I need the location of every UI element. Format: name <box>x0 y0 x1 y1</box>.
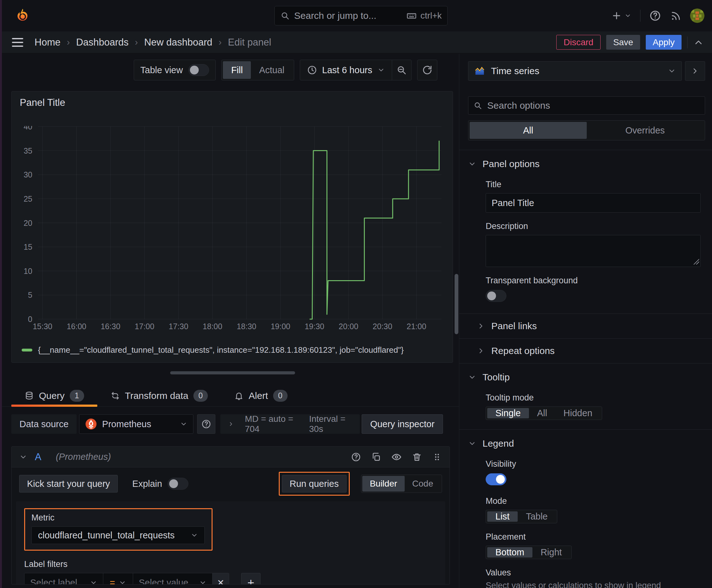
zoom-out-button[interactable] <box>392 60 411 80</box>
tab-alert[interactable]: Alert 0 <box>221 385 301 406</box>
svg-text:20:00: 20:00 <box>339 322 359 331</box>
legend-series-label[interactable]: {__name__="cloudflared_tunnel_total_requ… <box>38 345 404 355</box>
svg-text:10: 10 <box>24 267 33 275</box>
grafana-logo-icon[interactable] <box>14 7 31 24</box>
menu-toggle-button[interactable] <box>12 38 23 47</box>
option-list[interactable]: List <box>487 511 518 522</box>
options-search-input[interactable]: Search options <box>468 97 705 114</box>
legend-header[interactable]: Legend <box>468 437 705 450</box>
remove-filter-button[interactable]: ✕ <box>212 573 229 585</box>
option-code[interactable]: Code <box>405 476 441 491</box>
svg-text:16:00: 16:00 <box>67 322 86 331</box>
visualization-select[interactable]: Time series <box>468 61 682 81</box>
tab-count-badge: 0 <box>273 390 287 402</box>
select-label-dropdown[interactable]: Select label <box>24 573 103 585</box>
search-icon <box>280 11 290 20</box>
time-series-chart[interactable]: 051015202530354015:3016:0016:3017:0017:3… <box>19 126 445 331</box>
help-icon <box>649 10 661 22</box>
legend-visibility-toggle[interactable] <box>486 474 506 485</box>
select-value-dropdown[interactable]: Select value <box>133 573 213 585</box>
breadcrumb-item-dashboards[interactable]: Dashboards <box>76 37 128 48</box>
prometheus-icon <box>85 418 97 430</box>
breadcrumb-item-edit-panel: Edit panel <box>228 37 271 48</box>
tab-query[interactable]: Query 1 <box>11 385 97 406</box>
svg-text:16:30: 16:30 <box>101 322 121 331</box>
query-editor-toolbar: Kick start your query Explain Run querie… <box>19 472 442 496</box>
time-range-button[interactable]: Last 6 hours <box>300 60 392 80</box>
user-avatar[interactable] <box>690 8 705 23</box>
option-fill[interactable]: Fill <box>223 61 251 79</box>
description-textarea[interactable] <box>486 235 701 267</box>
option-single[interactable]: Single <box>487 408 529 418</box>
discard-button[interactable]: Discard <box>556 35 601 50</box>
option-overrides[interactable]: Overrides <box>587 122 704 139</box>
collapse-header-button[interactable] <box>693 37 704 48</box>
query-options-summary[interactable]: MD = auto = 704 Interval = 30s <box>220 414 360 434</box>
option-all[interactable]: All <box>529 408 555 418</box>
promql-builder: Metric cloudflared_tunnel_total_requests… <box>16 501 445 585</box>
datasource-help-button[interactable] <box>197 414 215 434</box>
svg-text:20:30: 20:30 <box>373 322 392 331</box>
svg-text:35: 35 <box>24 146 33 155</box>
table-view-toggle[interactable] <box>188 64 209 76</box>
legend-values-label: Values <box>486 568 705 578</box>
panel-title-input[interactable] <box>486 193 701 213</box>
select-value-placeholder: Select value <box>139 578 188 585</box>
option-all[interactable]: All <box>470 122 587 139</box>
new-menu-button[interactable] <box>611 10 631 21</box>
help-icon[interactable] <box>351 452 361 462</box>
metric-select[interactable]: cloudflared_tunnel_total_requests <box>31 526 205 544</box>
apply-button[interactable]: Apply <box>646 35 682 50</box>
run-queries-button[interactable]: Run queries <box>282 475 347 492</box>
news-button[interactable] <box>670 10 681 21</box>
operator-dropdown[interactable]: = <box>103 573 133 585</box>
explain-toggle[interactable] <box>168 478 188 490</box>
visualization-value: Time series <box>491 66 539 76</box>
option-table[interactable]: Table <box>518 511 556 522</box>
kick-start-button[interactable]: Kick start your query <box>19 475 118 492</box>
legend-values-hint: Select values or calculations to show in… <box>486 581 705 588</box>
global-search-input[interactable]: Search or jump to... ctrl+k <box>274 6 448 25</box>
add-filter-button[interactable]: + <box>241 573 261 585</box>
tab-count-badge: 0 <box>193 390 208 402</box>
option-bottom[interactable]: Bottom <box>487 547 533 558</box>
transform-icon <box>110 391 120 400</box>
trash-icon[interactable] <box>412 452 422 462</box>
panel-resize-handle[interactable] <box>170 371 295 374</box>
drag-handle-icon[interactable] <box>432 452 442 462</box>
repeat-options-header[interactable]: Repeat options <box>477 344 705 358</box>
query-inspector-button[interactable]: Query inspector <box>362 414 443 434</box>
option-actual[interactable]: Actual <box>251 61 293 79</box>
transparent-background-toggle[interactable] <box>486 290 506 302</box>
breadcrumb-item-new-dashboard[interactable]: New dashboard <box>144 37 212 48</box>
option-builder[interactable]: Builder <box>362 476 405 491</box>
svg-text:18:00: 18:00 <box>203 322 222 331</box>
window-edge <box>0 0 2 588</box>
tab-transform-data[interactable]: Transform data 0 <box>97 385 221 406</box>
panel-title[interactable]: Panel Title <box>20 97 65 108</box>
tooltip-header[interactable]: Tooltip <box>468 370 705 384</box>
refresh-button[interactable] <box>417 60 437 80</box>
search-icon <box>473 101 482 110</box>
panel-links-header[interactable]: Panel links <box>477 319 705 333</box>
scrollbar-thumb[interactable] <box>455 274 458 334</box>
svg-text:15: 15 <box>24 243 33 251</box>
panel-options-header[interactable]: Panel options <box>468 157 705 171</box>
duplicate-icon[interactable] <box>371 452 381 462</box>
max-data-points: MD = auto = 704 <box>245 414 298 434</box>
datasource-select[interactable]: Prometheus <box>79 414 193 434</box>
toggle-viz-picker-button[interactable] <box>685 61 705 81</box>
eye-icon[interactable] <box>391 452 402 462</box>
chevron-right-icon <box>477 347 485 355</box>
series-color-dash[interactable] <box>22 349 33 352</box>
query-row-header[interactable]: A (Prometheus) <box>12 447 450 467</box>
option-hidden[interactable]: Hidden <box>555 408 601 418</box>
save-button[interactable]: Save <box>606 35 640 50</box>
help-button[interactable] <box>649 10 661 22</box>
options-search-placeholder: Search options <box>487 100 550 111</box>
breadcrumb-item-home[interactable]: Home <box>35 37 61 48</box>
metric-label: Metric <box>31 513 205 523</box>
explain-control: Explain <box>132 478 188 490</box>
legend-mode-label: Mode <box>486 496 705 506</box>
option-right[interactable]: Right <box>533 547 570 558</box>
